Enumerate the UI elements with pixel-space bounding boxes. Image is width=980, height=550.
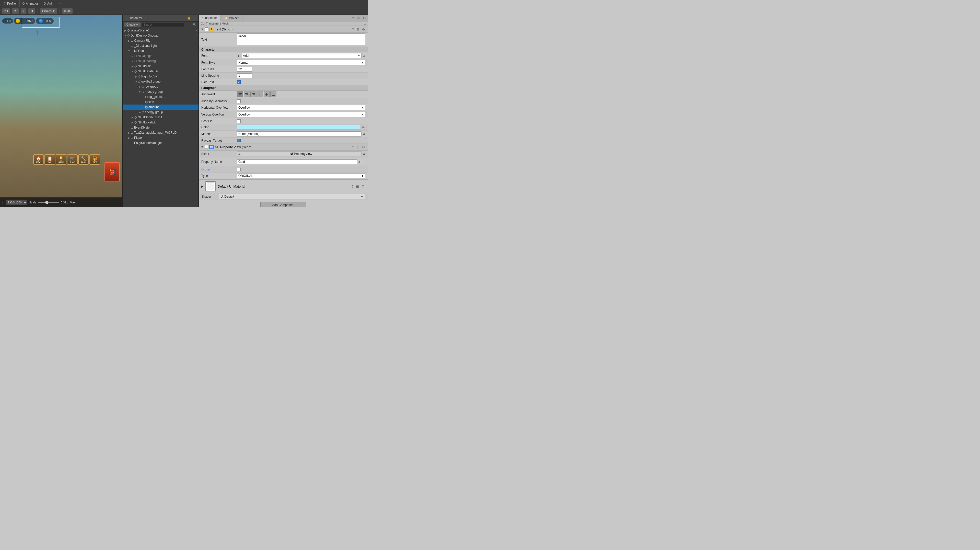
hierarchy-lock-btn[interactable]: 🔒 <box>186 16 192 20</box>
hierarchy-item-nfroot[interactable]: ▼⬡NFRoot <box>123 48 199 53</box>
tree-toggle-camera[interactable]: ▶ <box>127 39 131 42</box>
tree-toggle-village[interactable]: ▶ <box>124 29 127 32</box>
material-settings-btn[interactable]: ⚙ <box>361 184 365 189</box>
icon-btn-gift[interactable]: 🎁 GIFT <box>89 154 100 165</box>
tree-toggle-goldball[interactable]: ▼ <box>134 80 138 83</box>
hierarchy-item-dontdestroy[interactable]: ▼⬡DontDestroyOnLoad≡ <box>123 33 199 38</box>
tree-toggle-righttop[interactable]: ▶ <box>134 75 138 78</box>
nf-property-layout-btn[interactable]: ⊞ <box>356 145 360 149</box>
tree-toggle-nfestatebar[interactable]: ▼ <box>131 70 134 73</box>
tab-anim[interactable]: ⏱ Anim <box>41 0 57 7</box>
hierarchy-item-righttop[interactable]: ▶⬡RightTopVP <box>123 74 199 79</box>
tree-toggle-nfloading[interactable]: ▶ <box>131 60 134 63</box>
group-label[interactable]: Group <box>201 167 237 171</box>
text-script-settings-btn[interactable]: ⚙ <box>361 27 366 32</box>
toolbar-image-button[interactable]: 🖼 <box>28 8 35 14</box>
icon-btn-rank[interactable]: 🏆 RANK <box>56 154 67 165</box>
resolution-select[interactable]: 1920x1080 <box>6 199 27 205</box>
font-style-dropdown[interactable]: Normal ▼ <box>237 60 365 65</box>
rich-text-checkbox[interactable] <box>237 80 241 84</box>
toolbar-audio-button[interactable]: ♪ <box>21 8 27 14</box>
hierarchy-item-player[interactable]: ▶⬡Player <box>123 135 199 140</box>
scene-view[interactable]: 0 / 0 ✦ 9650 1000 ↑ 🏠 TOWN 📋 TA <box>0 15 123 207</box>
align-center-btn[interactable] <box>244 91 250 97</box>
hierarchy-item-eazysound[interactable]: ⬡EazySoundManager <box>123 140 199 145</box>
text-textarea[interactable]: 9650 <box>237 33 365 46</box>
nf-property-toggle[interactable]: ▼ <box>201 145 204 148</box>
align-left-btn[interactable] <box>237 91 243 97</box>
toolbar-sun-button[interactable]: ☀ <box>12 8 19 14</box>
toolbar-gizmos-button[interactable]: Gizmos ▼ <box>40 8 57 14</box>
nf-property-enabled-checkbox[interactable] <box>205 145 208 149</box>
inspector-layout-btn[interactable]: ⊞ <box>356 16 361 21</box>
hierarchy-item-nfjoystick[interactable]: ▶⬡NFUIJoystick <box>123 120 199 125</box>
tree-toggle-money[interactable]: ▼ <box>138 91 142 93</box>
font-settings-btn[interactable]: ⚙ <box>363 54 365 57</box>
icon-btn-tool[interactable]: 🔧 TOOL <box>78 154 89 165</box>
vert-overflow-dropdown[interactable]: Overflow ▼ <box>237 112 365 117</box>
shader-dropdown[interactable]: UI/Default ▼ <box>219 194 365 199</box>
align-top-btn[interactable] <box>257 91 263 97</box>
add-component-button[interactable]: Add Component <box>260 202 306 207</box>
hierarchy-item-camera[interactable]: ▶⬡Camera Rig <box>123 38 199 43</box>
tab-profiler[interactable]: ⬡ Profiler <box>1 0 20 7</box>
horiz-overflow-dropdown[interactable]: Overflow ▼ <box>237 105 365 110</box>
color-swatch[interactable] <box>237 125 360 129</box>
text-script-toggle[interactable]: ▼ <box>201 28 204 31</box>
type-dropdown[interactable]: ORIGINAL ▼ <box>237 173 365 179</box>
icon-btn-town[interactable]: 🏠 TOWN <box>33 154 44 165</box>
hierarchy-item-eventsystem[interactable]: ⬡EventSystem <box>123 125 199 130</box>
font-dropdown[interactable]: Arial ▼ <box>242 53 361 58</box>
hierarchy-item-goldball[interactable]: ▼⬡goldball group <box>123 79 199 84</box>
toolbar-2d-button[interactable]: 2D <box>2 8 10 14</box>
nf-property-settings-btn[interactable]: ⚙ <box>361 145 366 149</box>
font-size-input[interactable] <box>237 67 252 72</box>
hierarchy-item-amount[interactable]: ▢amount <box>123 105 199 110</box>
material-section-toggle[interactable]: ▶ <box>201 185 204 188</box>
tree-toggle-nflogin[interactable]: ▶ <box>131 55 134 57</box>
material-help-btn[interactable]: ? <box>351 184 354 189</box>
script-dropdown[interactable]: ◎ NFPropertyView <box>237 151 361 156</box>
hierarchy-item-nflogin[interactable]: ▶⬡NFUILogin <box>123 53 199 59</box>
hierarchy-tree[interactable]: ▶⬡villageScene1≡▼⬡DontDestroyOnLoad≡▶⬡Ca… <box>123 28 199 207</box>
tree-toggle-player[interactable]: ▶ <box>127 137 131 139</box>
tab-animator[interactable]: ⬡ Animator <box>20 0 41 7</box>
group-checkbox[interactable] <box>237 167 241 171</box>
text-script-enabled-checkbox[interactable] <box>205 27 208 31</box>
hierarchy-menu-btn[interactable]: ≡ <box>193 16 196 20</box>
hierarchy-item-jew[interactable]: ▶⬡jew group <box>123 84 199 89</box>
hierarchy-item-nfshortcut[interactable]: ▶⬡NFUIShortcutSkill <box>123 115 199 120</box>
text-script-layout-btn[interactable]: ⊞ <box>356 27 360 32</box>
color-eyedropper-btn[interactable]: ✏ <box>361 125 365 129</box>
create-button[interactable]: Create ▼ <box>124 22 141 27</box>
hierarchy-item-nfestatebar[interactable]: ▼⬡NFUIEstateBar <box>123 69 199 74</box>
hierarchy-item-nfloading[interactable]: ▶⬡NFUILoading <box>123 59 199 64</box>
tree-toggle-nfmain[interactable]: ▶ <box>131 65 134 68</box>
tree-toggle-energy[interactable]: ▶ <box>138 111 142 114</box>
tree-toggle-jew[interactable]: ▶ <box>138 85 142 88</box>
text-script-help-btn[interactable]: ? <box>352 27 355 32</box>
hierarchy-item-bggoldbk[interactable]: ▢bg_goldbk <box>123 94 199 99</box>
align-middle-btn[interactable] <box>264 91 270 97</box>
hierarchy-item-directional[interactable]: ⬡_Directional light <box>123 43 199 48</box>
align-right-btn[interactable] <box>250 91 256 97</box>
nf-property-help-btn[interactable]: ? <box>352 145 355 149</box>
hierarchy-item-icon[interactable]: ▢icon <box>123 99 199 105</box>
tree-toggle-dontdestroy[interactable]: ▼ <box>124 34 127 37</box>
tree-toggle-nfroot[interactable]: ▼ <box>127 49 131 53</box>
hierarchy-item-money[interactable]: ▼⬡money group <box>123 89 199 94</box>
tree-toggle-nfjoystick[interactable]: ▶ <box>131 121 134 124</box>
tree-options-village[interactable]: ≡ <box>196 29 197 32</box>
align-bottom-btn[interactable] <box>270 91 277 97</box>
scale-slider[interactable] <box>38 202 59 203</box>
raycast-checkbox[interactable] <box>237 139 241 142</box>
script-settings-btn[interactable]: ⚙ <box>363 152 365 156</box>
inspector-settings-btn[interactable]: ⚙ <box>362 16 367 21</box>
tree-toggle-nfshortcut[interactable]: ▶ <box>131 116 134 119</box>
tree-options-dontdestroy[interactable]: ≡ <box>196 34 197 37</box>
property-name-input[interactable] <box>237 159 357 164</box>
hierarchy-item-energy[interactable]: ▶⬡energy group <box>123 110 199 115</box>
hierarchy-item-village[interactable]: ▶⬡villageScene1≡ <box>123 28 199 33</box>
material-dropdown[interactable]: None (Material) <box>237 131 361 137</box>
tab-project[interactable]: 📁 Project <box>221 15 242 21</box>
